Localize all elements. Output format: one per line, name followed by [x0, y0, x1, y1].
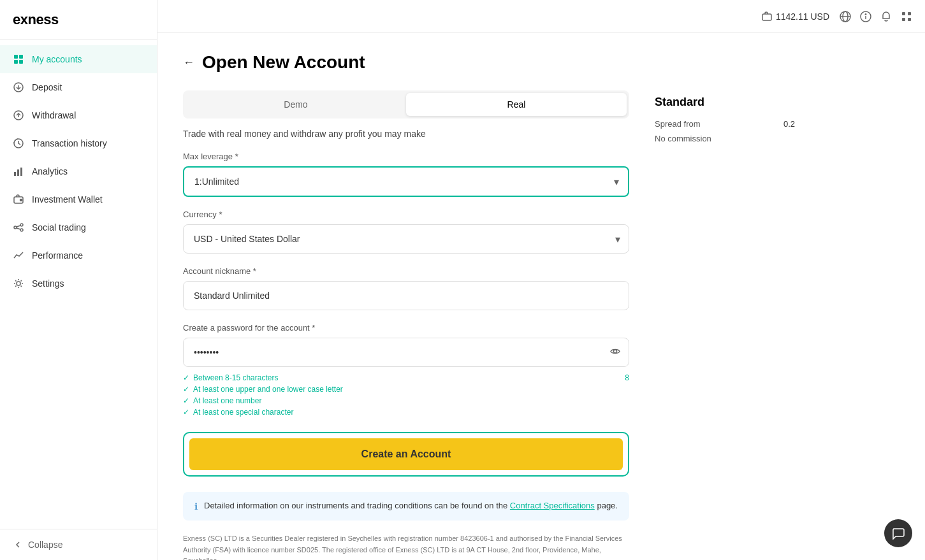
sidebar-item-performance[interactable]: Performance	[0, 241, 157, 269]
password-field-group: Create a password for the account * ✓ Be…	[183, 323, 629, 417]
settings-icon	[13, 278, 24, 289]
svg-point-14	[14, 226, 17, 229]
sidebar-label-transaction-history: Transaction history	[32, 138, 107, 148]
toggle-password-icon[interactable]	[610, 347, 620, 359]
wallet-icon	[13, 194, 24, 205]
sidebar-label-my-accounts: My accounts	[32, 54, 82, 64]
account-type-title: Standard	[655, 96, 795, 109]
svg-rect-27	[902, 12, 905, 15]
sidebar-label-investment-wallet: Investment Wallet	[32, 194, 103, 205]
svg-rect-11	[20, 168, 22, 176]
svg-rect-10	[17, 169, 19, 176]
nickname-field-group: Account nickname *	[183, 266, 629, 310]
sidebar-label-analytics: Analytics	[32, 166, 68, 176]
balance-text: 1142.11 USD	[776, 11, 829, 22]
sidebar-item-my-accounts[interactable]: My accounts	[0, 45, 157, 73]
svg-rect-30	[908, 18, 911, 21]
grid-icon	[13, 54, 24, 65]
topbar-icons	[840, 11, 912, 22]
analytics-icon	[13, 166, 24, 177]
leverage-select[interactable]: 1:Unlimited 1:2000 1:1000 1:500 1:200 1:…	[184, 168, 628, 196]
tab-real[interactable]: Real	[406, 93, 627, 116]
pw-rule-special: ✓ At least one special character	[183, 408, 629, 417]
password-label: Create a password for the account *	[183, 323, 629, 333]
svg-rect-20	[762, 14, 771, 20]
svg-rect-29	[902, 18, 905, 21]
main-content: ← Open New Account Demo Real Trade with …	[157, 0, 925, 560]
info-text: Detailed information on our instruments …	[204, 501, 618, 510]
bell-icon[interactable]	[880, 11, 892, 22]
nickname-input[interactable]	[183, 281, 629, 310]
globe-icon[interactable]	[840, 11, 851, 22]
pw-rule-length: ✓ Between 8-15 characters 8	[183, 373, 629, 382]
sidebar-label-performance: Performance	[32, 250, 83, 261]
svg-rect-0	[14, 55, 18, 59]
pw-rule-number: ✓ At least one number	[183, 396, 629, 405]
svg-rect-1	[19, 55, 23, 59]
sidebar-label-settings: Settings	[32, 278, 64, 289]
tab-demo[interactable]: Demo	[186, 93, 406, 116]
svg-rect-2	[14, 60, 18, 64]
collapse-button[interactable]: Collapse	[13, 540, 144, 550]
currency-select-wrapper: USD - United States Dollar EUR - Euro GB…	[183, 224, 629, 254]
collapse-label: Collapse	[28, 540, 62, 550]
performance-icon	[13, 250, 24, 261]
svg-point-19	[17, 282, 20, 285]
sidebar: exness My accounts Deposit Withdrawal T	[0, 0, 157, 560]
balance-display: 1142.11 USD	[762, 11, 829, 22]
svg-point-31	[614, 350, 617, 353]
sidebar-item-investment-wallet[interactable]: Investment Wallet	[0, 185, 157, 213]
password-wrapper	[183, 338, 629, 367]
apps-icon[interactable]	[901, 11, 912, 22]
spread-value: 0.2	[783, 119, 795, 129]
nickname-label: Account nickname *	[183, 266, 629, 276]
disclaimer-1: Exness (SC) LTD is a Securities Dealer r…	[183, 533, 629, 560]
spread-row: Spread from 0.2	[655, 119, 795, 129]
svg-point-26	[865, 13, 866, 14]
sidebar-label-social-trading: Social trading	[32, 222, 86, 233]
sidebar-item-social-trading[interactable]: Social trading	[0, 213, 157, 241]
svg-rect-28	[908, 12, 911, 15]
deposit-icon	[13, 82, 24, 93]
currency-label: Currency *	[183, 210, 629, 219]
sidebar-item-analytics[interactable]: Analytics	[0, 157, 157, 185]
sidebar-item-withdrawal[interactable]: Withdrawal	[0, 101, 157, 129]
sidebar-bottom: Collapse	[0, 529, 157, 560]
info-icon[interactable]	[860, 11, 871, 22]
create-account-button[interactable]: Create an Account	[189, 438, 623, 470]
commission-row: No commission	[655, 134, 795, 143]
topbar: 1142.11 USD	[157, 0, 925, 33]
password-validation: ✓ Between 8-15 characters 8 ✓ At least o…	[183, 373, 629, 417]
currency-select[interactable]: USD - United States Dollar EUR - Euro GB…	[183, 224, 629, 254]
withdrawal-icon	[13, 110, 24, 121]
balance-icon	[762, 11, 772, 22]
logo-text: exness	[13, 11, 59, 27]
form-left: Demo Real Trade with real money and with…	[183, 90, 629, 560]
right-panel: Standard Spread from 0.2 No commission	[655, 90, 795, 560]
page-header: ← Open New Account	[183, 52, 897, 73]
svg-rect-9	[14, 172, 16, 176]
sidebar-label-withdrawal: Withdrawal	[32, 110, 76, 120]
svg-rect-3	[19, 60, 23, 64]
sidebar-item-deposit[interactable]: Deposit	[0, 73, 157, 101]
contract-specs-link[interactable]: Contract Specifications	[510, 501, 595, 510]
commission-label: No commission	[655, 134, 711, 143]
pw-rule-case: ✓ At least one upper and one lower case …	[183, 385, 629, 394]
svg-point-15	[20, 224, 23, 226]
info-circle-icon: ℹ	[194, 501, 198, 512]
sidebar-label-deposit: Deposit	[32, 82, 62, 92]
svg-line-17	[17, 226, 20, 227]
leverage-select-wrapper: 1:Unlimited 1:2000 1:1000 1:500 1:200 1:…	[183, 166, 629, 197]
social-trading-icon	[13, 222, 24, 233]
info-box: ℹ Detailed information on our instrument…	[183, 492, 629, 521]
password-input[interactable]	[183, 338, 629, 367]
back-button[interactable]: ←	[183, 56, 194, 69]
sidebar-nav: My accounts Deposit Withdrawal Transacti…	[0, 40, 157, 529]
chat-button[interactable]	[884, 519, 912, 547]
svg-line-18	[17, 228, 20, 229]
svg-point-16	[20, 229, 23, 231]
account-type-tabs: Demo Real	[183, 90, 629, 118]
form-container: Demo Real Trade with real money and with…	[183, 90, 897, 560]
sidebar-item-settings[interactable]: Settings	[0, 269, 157, 298]
sidebar-item-transaction-history[interactable]: Transaction history	[0, 129, 157, 157]
